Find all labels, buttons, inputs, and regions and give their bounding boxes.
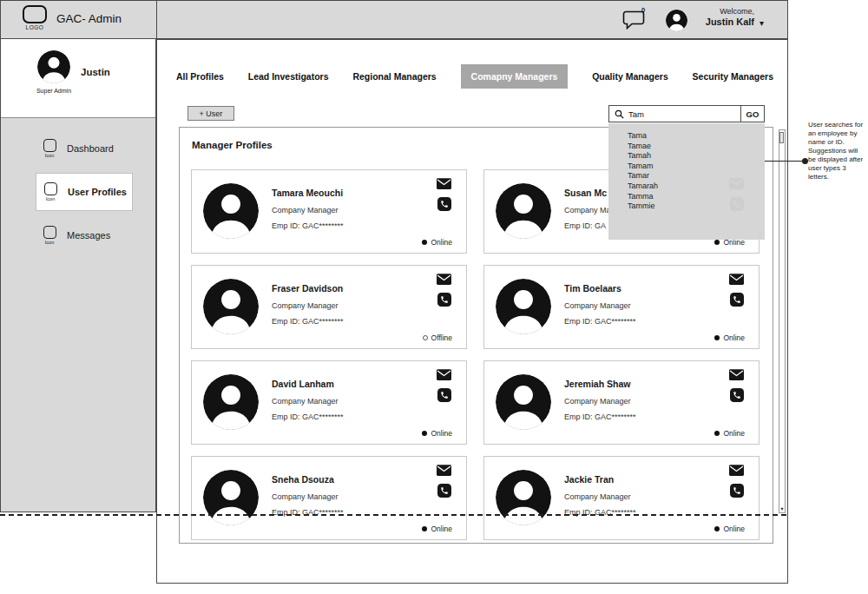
menu-item-icon: Icon (41, 139, 58, 158)
tab-comapny-managers[interactable]: Comapny Managers (461, 64, 569, 89)
profile-role: Company Ma (564, 206, 611, 214)
tab-bar: All ProfilesLead InvestigatorsRegional M… (176, 64, 773, 89)
profile-card[interactable]: Jeremiah Shaw Company Manager Emp ID: GA… (483, 360, 760, 445)
profile-emp-id: Emp ID: GAC******** (564, 412, 636, 421)
scrollbar-down-arrow[interactable]: ▼ (779, 506, 785, 512)
profile-card[interactable]: Sneha Dsouza Company Manager Emp ID: GAC… (191, 456, 467, 540)
profile-avatar (496, 183, 551, 239)
phone-icon[interactable] (437, 197, 451, 211)
search-icon (615, 109, 624, 119)
tab-quality-managers[interactable]: Quality Managers (592, 71, 668, 82)
menu-icon-caption: Icon (46, 196, 55, 201)
tab-regional-managers[interactable]: Regional Managers (352, 71, 436, 82)
square-icon (43, 139, 56, 152)
phone-icon[interactable] (437, 293, 451, 307)
tab-all-profiles[interactable]: All Profiles (176, 71, 224, 82)
search-suggestion[interactable]: Tama (608, 131, 765, 142)
status-dot (714, 526, 720, 531)
search-input[interactable] (628, 109, 740, 119)
profile-name: Tim Boelaars (564, 283, 621, 294)
annotation-note: User searches for an employee by name or… (808, 121, 866, 182)
sidebar-item-messages[interactable]: IconMessages (36, 216, 133, 254)
phone-icon[interactable] (730, 484, 744, 498)
status-label: Online (723, 333, 745, 342)
menu-icon-caption: Icon (45, 240, 54, 245)
sidebar-user-name: Justin (81, 67, 110, 77)
mail-icon[interactable] (437, 369, 451, 380)
sidebar-item-dashboard[interactable]: IconDashboard (36, 129, 133, 168)
profile-avatar (203, 374, 259, 430)
main-content: All ProfilesLead InvestigatorsRegional M… (156, 39, 788, 584)
status-badge: Online (422, 525, 452, 533)
status-badge: Online (422, 429, 452, 438)
profile-card[interactable]: Tamara Meouchi Company Manager Emp ID: G… (191, 169, 467, 254)
profile-role: Company Manager (272, 301, 339, 310)
annotation-dot (802, 158, 808, 164)
header-user-name: Justin Kalf (694, 16, 754, 27)
search-suggestion[interactable]: Tamae (608, 142, 765, 152)
header-divider (156, 1, 157, 38)
profile-role: Company Manager (564, 301, 631, 310)
profile-role: Company Manager (564, 397, 631, 406)
status-label: Offline (431, 333, 452, 342)
chevron-down-icon[interactable]: ▾ (760, 18, 764, 28)
notifications-button[interactable]: 0 (622, 10, 648, 31)
phone-icon[interactable] (730, 293, 744, 307)
search-box: GO (608, 105, 765, 122)
profile-emp-id: Emp ID: GAC******** (564, 317, 636, 326)
status-badge: Online (714, 525, 745, 533)
search-suggestion[interactable]: Tamah (608, 151, 765, 162)
profile-card[interactable]: Tim Boelaars Company Manager Emp ID: GAC… (483, 265, 760, 349)
mail-icon[interactable] (437, 465, 451, 476)
search-suggestion[interactable]: Tamar (608, 171, 765, 182)
header-avatar[interactable] (666, 10, 687, 31)
search-suggestion[interactable]: Tamarah (608, 182, 765, 192)
profile-name: David Lanham (272, 379, 334, 389)
status-dot (422, 240, 427, 245)
profile-avatar (496, 374, 551, 430)
search-go-button[interactable]: GO (740, 106, 764, 122)
mail-icon[interactable] (729, 465, 744, 476)
logo-caption: LOGO (20, 24, 49, 30)
menu-item-icon: Icon (42, 182, 59, 201)
scrollbar-thumb[interactable] (779, 132, 784, 143)
profile-emp-id: Emp ID: GAC******** (272, 317, 344, 326)
profile-avatar (496, 279, 551, 334)
search-suggestion[interactable]: Tammie (608, 201, 765, 212)
status-label: Online (723, 429, 745, 438)
panel-title: Manager Profiles (192, 140, 273, 150)
tab-lead-investigators[interactable]: Lead Investigators (248, 71, 329, 82)
sidebar-item-label: Dashboard (67, 143, 114, 154)
search-suggestion[interactable]: Tamam (608, 162, 765, 172)
add-user-button[interactable]: + User (187, 106, 234, 121)
header: LOGO GAC- Admin 0 Welcome, Justin Kalf ▾ (0, 0, 788, 39)
annotation-connector (765, 161, 804, 162)
search-suggestion[interactable]: Tamma (608, 192, 765, 202)
mail-icon[interactable] (437, 178, 451, 189)
status-label: Online (431, 429, 452, 438)
profile-name: Jeremiah Shaw (564, 379, 630, 389)
sidebar-item-user-profiles[interactable]: IconUser Profiles (36, 173, 133, 211)
profile-card[interactable]: David Lanham Company Manager Emp ID: GAC… (191, 360, 467, 445)
profile-card[interactable]: Fraser Davidson Company Manager Emp ID: … (191, 265, 467, 349)
sidebar-user-role: Super Admin (27, 88, 81, 94)
status-badge: Online (714, 429, 745, 438)
phone-icon[interactable] (437, 388, 451, 402)
profile-name: Fraser Davidson (272, 283, 343, 294)
mail-icon[interactable] (729, 274, 744, 285)
mail-icon[interactable] (729, 369, 744, 380)
phone-icon[interactable] (730, 388, 744, 402)
profile-name: Susan Mc (564, 188, 607, 198)
profile-card[interactable]: Jackie Tran Company Manager Emp ID: GAC*… (483, 456, 760, 540)
profile-avatar (203, 183, 259, 239)
menu-icon-caption: Icon (45, 153, 54, 158)
profile-emp-id: Emp ID: GAC******** (272, 221, 344, 230)
profile-emp-id: Emp ID: GA (564, 221, 606, 230)
scrollbar[interactable]: ▼ (779, 129, 786, 513)
phone-icon[interactable] (437, 484, 451, 498)
app-title: GAC- Admin (56, 12, 122, 25)
profile-name: Sneha Dsouza (272, 474, 334, 485)
mail-icon[interactable] (437, 274, 451, 285)
fold-line (0, 514, 786, 516)
tab-security-managers[interactable]: Security Managers (693, 71, 773, 82)
